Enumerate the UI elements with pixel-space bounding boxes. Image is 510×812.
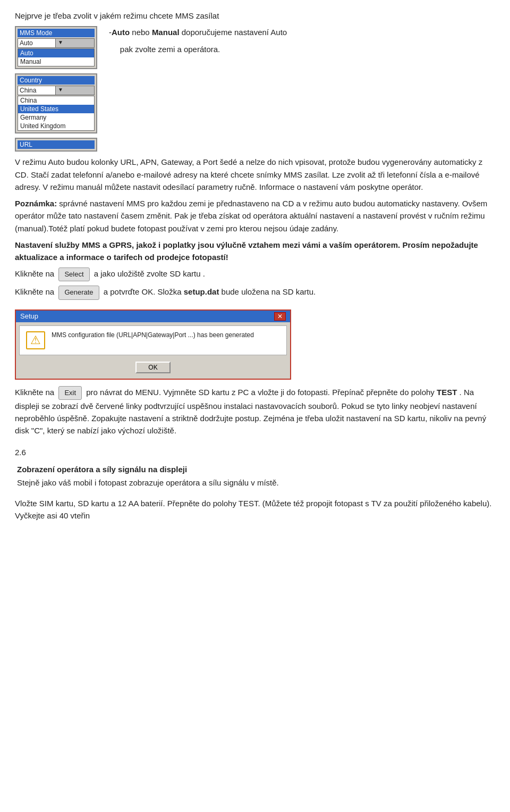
right-text-column: -Auto nebo Manual doporučujeme nastavení… xyxy=(109,26,495,60)
click-select-post: a jako uložiště zvolte SD kartu . xyxy=(94,269,205,278)
pak-zvolte-label: pak zvolte zemi a operátora. xyxy=(120,45,220,54)
warning-para: Nastavení služby MMS a GPRS, jakož i pop… xyxy=(15,239,495,264)
setup-body: ⚠ MMS configuration file (URL|APN|Gatewa… xyxy=(19,325,287,355)
intro-paragraph: Nejprve je třeba zvolit v jakém režimu c… xyxy=(15,10,495,22)
click-select-pre: Klikněte na xyxy=(15,269,54,278)
country-option-germany[interactable]: Germany xyxy=(18,113,94,122)
exit-button[interactable]: Exit xyxy=(58,386,82,400)
last-para-text: Vložte SIM kartu, SD kartu a 12 AA bater… xyxy=(15,499,491,520)
test-bold: TEST xyxy=(437,388,457,397)
auto-manual-intro: -Auto nebo Manual doporučujeme nastavení… xyxy=(109,26,495,38)
select-button[interactable]: Select xyxy=(58,267,89,281)
country-list: China United States Germany United Kingd… xyxy=(18,96,95,131)
widgets-column: MMS Mode Auto ▼ Auto Manual Country Chin… xyxy=(15,26,97,152)
country-option-uk[interactable]: United Kingdom xyxy=(18,122,94,130)
combined-top-section: MMS Mode Auto ▼ Auto Manual Country Chin… xyxy=(15,26,495,152)
section-title: Zobrazení operátora a síly signálu na di… xyxy=(15,463,495,475)
section-num-text: 2.6 xyxy=(15,448,26,457)
mms-mode-combo[interactable]: Auto ▼ xyxy=(18,38,95,48)
mms-mode-option-auto[interactable]: Auto xyxy=(18,49,94,57)
section-para: Stejně jako váš mobil i fotopast zobrazu… xyxy=(15,476,495,489)
intro-text: Nejprve je třeba zvolit v jakém režimu c… xyxy=(15,11,219,20)
page-container: Nejprve je třeba zvolit v jakém režimu c… xyxy=(15,10,495,522)
mms-mode-list: Auto Manual xyxy=(18,48,95,66)
country-label: Country xyxy=(18,76,95,85)
mms-mode-value: Auto xyxy=(18,39,55,47)
nebo-text: nebo xyxy=(132,28,152,37)
main-para-1: V režimu Auto budou kolonky URL, APN, Ga… xyxy=(15,156,495,193)
setup-message: MMS configuration file (URL|APN|Gateway|… xyxy=(52,331,280,339)
setup-dat-bold: setup.dat xyxy=(184,287,219,296)
click-exit-post: pro návrat do MENU. Vyjmněte SD kartu z … xyxy=(86,388,435,397)
url-widget: URL xyxy=(15,138,97,152)
setup-title-bar: Setup ✕ xyxy=(16,311,290,322)
setup-ok-button[interactable]: OK xyxy=(135,362,170,373)
section-title-text: Zobrazení operátora a síly signálu na di… xyxy=(17,465,187,474)
url-label: URL xyxy=(18,140,95,149)
mms-mode-arrow[interactable]: ▼ xyxy=(55,39,94,47)
poznamka-para: Poznámka: správné nastavení MMS pro každ… xyxy=(15,197,495,235)
country-value: China xyxy=(18,86,55,95)
setup-close-button[interactable]: ✕ xyxy=(274,312,286,321)
main-para-1-text: V režimu Auto budou kolonky URL, APN, Ga… xyxy=(15,157,482,191)
setup-ok-row: OK xyxy=(16,358,290,379)
click-generate-line: Klikněte na Generate a potvrďte OK. Slož… xyxy=(15,286,495,299)
click-exit-line: Klikněte na Exit pro návrat do MENU. Vyj… xyxy=(15,386,495,437)
mms-mode-widget: MMS Mode Auto ▼ Auto Manual xyxy=(15,26,97,69)
section-number: 2.6 xyxy=(15,446,495,458)
pak-zvolte: pak zvolte zemi a operátora. xyxy=(109,43,495,55)
last-para: Vložte SIM kartu, SD kartu a 12 AA bater… xyxy=(15,497,495,522)
click-select-line: Klikněte na Select a jako uložiště zvolt… xyxy=(15,267,495,281)
mms-mode-option-manual[interactable]: Manual xyxy=(18,57,94,66)
country-widget: Country China ▼ China United States Germ… xyxy=(15,73,97,133)
pak-zvolte-text xyxy=(109,45,118,54)
section-para-text: Stejně jako váš mobil i fotopast zobrazu… xyxy=(17,478,279,487)
manual-bold: Manual xyxy=(152,28,180,37)
click-exit-pre: Klikněte na xyxy=(15,388,54,397)
mms-mode-label: MMS Mode xyxy=(18,29,95,37)
auto-bold: Auto xyxy=(112,28,130,37)
generate-button[interactable]: Generate xyxy=(58,286,99,299)
country-option-us[interactable]: United States xyxy=(18,105,94,113)
poznamka-text: správné nastavení MMS pro každou zemi je… xyxy=(15,199,487,233)
setup-dialog: Setup ✕ ⚠ MMS configuration file (URL|AP… xyxy=(15,309,291,380)
warning-icon: ⚠ xyxy=(26,331,45,349)
auto-manual-rest: doporučujeme nastavení Auto xyxy=(182,28,287,37)
poznamka-bold: Poznámka: xyxy=(15,199,57,208)
warning-text: Nastavení služby MMS a GPRS, jakož i pop… xyxy=(15,240,478,262)
country-option-china[interactable]: China xyxy=(18,96,94,105)
setup-title-text: Setup xyxy=(20,312,38,320)
country-arrow[interactable]: ▼ xyxy=(55,86,94,95)
click-generate-post2: bude uložena na SD kartu. xyxy=(222,287,316,296)
click-generate-post: a potvrďte OK. Složka xyxy=(104,287,182,296)
country-combo[interactable]: China ▼ xyxy=(18,86,95,95)
click-generate-pre: Klikněte na xyxy=(15,287,54,296)
